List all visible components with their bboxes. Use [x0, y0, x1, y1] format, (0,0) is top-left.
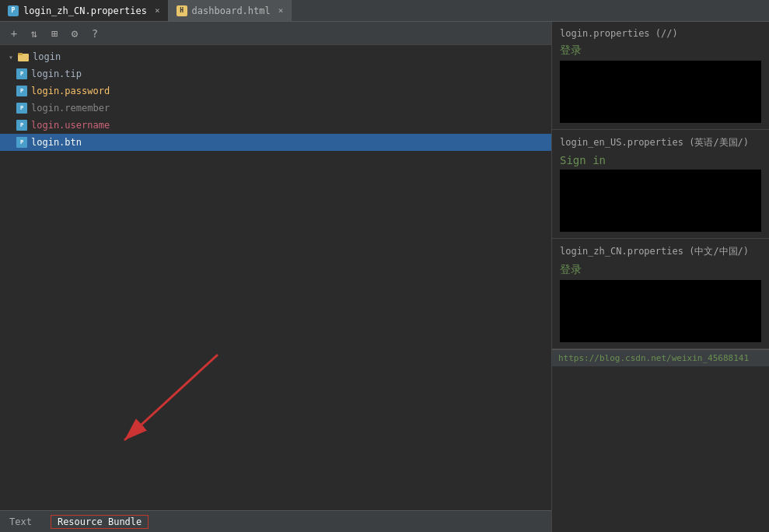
tab-dashboard-close[interactable]: × — [278, 5, 284, 16]
item-label-login-btn: login.btn — [31, 137, 82, 148]
preview-value-3: 登录 — [560, 263, 761, 277]
preview-section-1: login.properties (//) 登录 — [552, 22, 769, 130]
svg-rect-1 — [18, 53, 23, 55]
layout-button[interactable]: ⊞ — [47, 26, 62, 41]
tab-login-label: login_zh_CN.properties — [23, 5, 147, 16]
file-icon-login-username: P — [16, 119, 28, 131]
url-bar[interactable]: https://blog.csdn.net/weixin_45688141 — [552, 349, 769, 366]
tree-item-login-tip[interactable]: P login.tip — [0, 65, 551, 82]
tab-login-icon: P — [8, 5, 19, 16]
tab-dashboard[interactable]: H dashboard.html × — [169, 0, 292, 21]
bottom-tab-resource-bundle-label: Resource Bundle — [51, 515, 149, 529]
file-icon-login-btn: P — [16, 136, 28, 149]
file-icon-login-password: P — [16, 85, 28, 97]
tab-bar: P login_zh_CN.properties × H dashboard.h… — [0, 0, 769, 22]
preview-value-1: 登录 — [560, 44, 761, 58]
item-label-login-remember: login.remember — [31, 103, 110, 114]
tab-login-close[interactable]: × — [155, 5, 160, 16]
item-label-login-tip: login.tip — [31, 68, 82, 79]
preview-value-2: Sign in — [560, 154, 761, 166]
tree-item-login-password[interactable]: P login.password — [0, 82, 551, 100]
bottom-tab-text-label: Text — [9, 516, 32, 527]
tree-item-login-username[interactable]: P login.username — [0, 117, 551, 134]
expand-icon: ▾ — [6, 52, 16, 61]
tree-panel: ▾ login P login.tip P login.password — [0, 45, 551, 281]
preview-black-box-1 — [560, 61, 761, 123]
settings-button[interactable]: ⚙ — [67, 26, 82, 41]
preview-section-3: login_zh_CN.properties (中文/中国/) 登录 — [552, 239, 769, 349]
bottom-tab-resource-bundle[interactable]: Resource Bundle — [41, 511, 158, 532]
tree-root[interactable]: ▾ login — [0, 48, 551, 65]
preview-header-1: login.properties (//) — [560, 28, 761, 39]
preview-black-box-2 — [560, 170, 761, 232]
left-panel: + ⇅ ⊞ ⚙ ? ▾ login P login.tip — [0, 22, 552, 532]
tab-dashboard-label: dashboard.html — [192, 5, 271, 16]
url-text: https://blog.csdn.net/weixin_45688141 — [558, 353, 749, 363]
preview-section-2: login_en_US.properties (英语/美国/) Sign in — [552, 130, 769, 239]
right-panel: login.properties (//) 登录 login_en_US.pro… — [552, 22, 769, 532]
add-button[interactable]: + — [6, 26, 22, 41]
help-button[interactable]: ? — [87, 26, 103, 41]
tree-root-label: login — [33, 51, 61, 62]
item-label-login-password: login.password — [31, 86, 110, 96]
bottom-tabs: Text Resource Bundle — [0, 510, 551, 532]
preview-header-3: login_zh_CN.properties (中文/中国/) — [560, 245, 761, 258]
folder-icon — [17, 51, 30, 63]
main-layout: + ⇅ ⊞ ⚙ ? ▾ login P login.tip — [0, 22, 769, 532]
tree-item-login-remember[interactable]: P login.remember — [0, 100, 551, 117]
svg-line-3 — [124, 355, 218, 440]
tree-item-login-btn[interactable]: P login.btn — [0, 134, 551, 151]
tab-login[interactable]: P login_zh_CN.properties × — [0, 0, 169, 21]
arrow-area — [0, 281, 551, 510]
item-label-login-username: login.username — [31, 120, 110, 131]
tab-dashboard-icon: H — [177, 5, 187, 16]
sort-button[interactable]: ⇅ — [26, 26, 42, 41]
preview-black-box-3 — [560, 280, 761, 342]
bottom-tab-text[interactable]: Text — [0, 511, 41, 532]
toolbar: + ⇅ ⊞ ⚙ ? — [0, 22, 551, 45]
arrow-graphic — [78, 339, 249, 464]
file-icon-login-tip: P — [16, 68, 28, 80]
preview-header-2: login_en_US.properties (英语/美国/) — [560, 136, 761, 149]
file-icon-login-remember: P — [16, 102, 28, 114]
